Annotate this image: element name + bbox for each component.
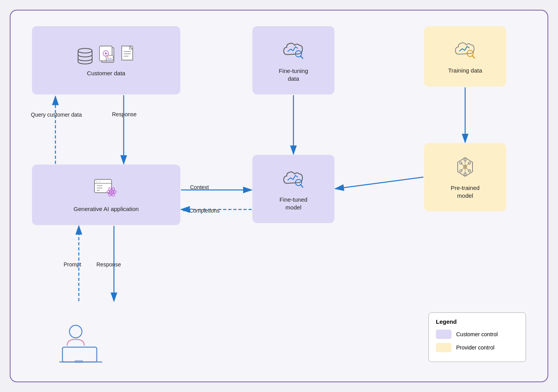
finetuned-svg bbox=[281, 168, 306, 190]
legend-provider-label: Provider control bbox=[456, 344, 494, 351]
finetuned-icon bbox=[281, 168, 306, 193]
genai-box: Generative AI application bbox=[32, 165, 180, 225]
svg-line-42 bbox=[465, 163, 469, 167]
legend-customer-swatch bbox=[436, 330, 451, 339]
svg-line-41 bbox=[461, 163, 465, 167]
training-box: Training data bbox=[424, 26, 506, 87]
legend-customer-label: Customer control bbox=[456, 331, 498, 337]
svg-point-6 bbox=[107, 56, 108, 58]
main-diagram: Customer data Generative AI bbox=[10, 10, 548, 382]
response-bottom-label: Response bbox=[96, 261, 121, 268]
genai-svg-icon bbox=[94, 178, 119, 199]
finetuning-box: Fine-tuning data bbox=[252, 26, 334, 94]
finetuning-svg bbox=[281, 39, 306, 61]
legend-provider-item: Provider control bbox=[436, 343, 519, 352]
response-top-label: Response bbox=[112, 111, 137, 117]
svg-rect-59 bbox=[62, 347, 97, 362]
pretrained-label: Pre-trained model bbox=[451, 184, 480, 199]
customer-data-label: Customer data bbox=[87, 69, 125, 77]
finetuned-label: Fine-tuned model bbox=[279, 196, 307, 211]
svg-line-53 bbox=[335, 177, 423, 189]
finetuned-box: Fine-tuned model bbox=[252, 155, 334, 223]
query-customer-label: Query customer data bbox=[31, 111, 82, 118]
pretrained-svg bbox=[453, 156, 477, 178]
svg-line-32 bbox=[300, 184, 303, 187]
training-icon bbox=[453, 39, 477, 64]
completions-label: ← Completions bbox=[182, 208, 220, 214]
customer-data-icons bbox=[75, 44, 137, 66]
genai-label: Generative AI application bbox=[74, 205, 139, 213]
svg-point-58 bbox=[69, 325, 82, 338]
svg-line-43 bbox=[461, 167, 465, 171]
svg-point-0 bbox=[78, 48, 92, 53]
document-icon bbox=[120, 45, 137, 66]
genai-icon bbox=[94, 178, 119, 202]
finetuning-icon bbox=[281, 39, 306, 64]
svg-line-30 bbox=[472, 55, 474, 58]
user-figure bbox=[55, 323, 106, 366]
finetuning-label: Fine-tuning data bbox=[279, 67, 308, 82]
context-label: Context bbox=[190, 184, 209, 190]
customer-data-box: Customer data bbox=[32, 26, 180, 94]
legend-title: Legend bbox=[436, 318, 519, 325]
svg-line-28 bbox=[300, 56, 303, 59]
legend-customer-item: Customer control bbox=[436, 330, 519, 339]
database-icon bbox=[75, 46, 95, 66]
legend: Legend Customer control Provider control bbox=[428, 312, 526, 362]
svg-point-26 bbox=[111, 191, 113, 193]
pretrained-box: Pre-trained model bbox=[424, 143, 506, 211]
svg-line-44 bbox=[465, 167, 469, 171]
svg-point-18 bbox=[99, 181, 100, 182]
media-files-icon bbox=[98, 44, 118, 66]
pretrained-icon bbox=[453, 156, 477, 181]
training-svg bbox=[453, 39, 477, 60]
legend-provider-swatch bbox=[436, 343, 451, 352]
svg-point-17 bbox=[96, 181, 98, 182]
prompt-label: Prompt bbox=[64, 261, 81, 268]
training-label: Training data bbox=[448, 67, 482, 74]
